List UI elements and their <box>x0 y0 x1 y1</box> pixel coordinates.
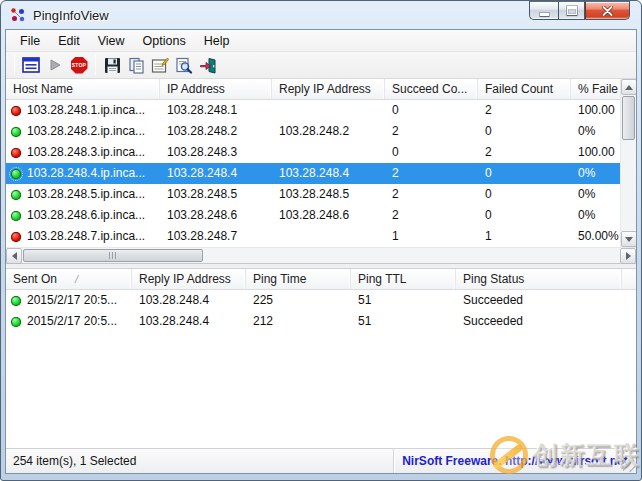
copy-button[interactable] <box>124 53 148 77</box>
failed-pct: 100.00 <box>571 100 622 121</box>
ping-status: Succeeded <box>456 311 622 332</box>
save-icon <box>104 57 121 74</box>
column-failed-pct[interactable]: % Faile <box>571 79 622 99</box>
minimize-icon <box>540 13 549 16</box>
menu-file[interactable]: File <box>11 31 49 51</box>
exit-icon <box>199 57 217 74</box>
ip-address: 103.28.248.7 <box>160 226 272 247</box>
app-icon <box>10 7 26 23</box>
succeed-count: 2 <box>385 121 478 142</box>
properties-button[interactable] <box>148 53 172 77</box>
ping-time: 212 <box>246 311 351 332</box>
arrow-right-icon <box>626 252 631 260</box>
reply-ip: 103.28.248.5 <box>272 184 385 205</box>
column-ip-address[interactable]: IP Address <box>160 79 272 99</box>
ip-address: 103.28.248.1 <box>160 100 272 121</box>
column-failed-count[interactable]: Failed Count <box>478 79 571 99</box>
app-window: PingInfoView File Edit View Options Help <box>0 0 642 481</box>
ping-status: Succeeded <box>456 290 622 311</box>
status-failed-icon <box>11 232 21 242</box>
failed-count: 2 <box>478 100 571 121</box>
vertical-scroll-thumb[interactable] <box>622 96 635 140</box>
column-sent-on[interactable]: Sent On/ <box>6 269 132 289</box>
failed-count: 0 <box>478 184 571 205</box>
hosts-header: Host Name IP Address Reply IP Address Su… <box>6 79 622 100</box>
host-name: 103.28.248.7.ip.inca... <box>27 226 145 247</box>
sort-indicator-icon: / <box>75 273 78 285</box>
table-row[interactable]: 103.28.248.6.ip.inca... 103.28.248.6 103… <box>6 205 622 226</box>
host-name: 103.28.248.6.ip.inca... <box>27 205 145 226</box>
stop-button[interactable]: STOP <box>67 53 91 77</box>
succeed-count: 2 <box>385 163 478 184</box>
table-row[interactable]: 103.28.248.1.ip.inca... 103.28.248.1 0 2… <box>6 100 622 121</box>
stop-icon: STOP <box>71 57 88 74</box>
scroll-left-button[interactable] <box>6 248 22 264</box>
succeed-count: 2 <box>385 205 478 226</box>
table-row-selected[interactable]: 103.28.248.4.ip.inca... 103.28.248.4 103… <box>6 163 622 184</box>
list-item[interactable]: 2015/2/17 20:5... 103.28.248.4 212 51 Su… <box>6 311 636 332</box>
ping-ttl: 51 <box>351 290 456 311</box>
status-failed-icon <box>11 106 21 116</box>
exit-button[interactable] <box>196 53 220 77</box>
scroll-right-button[interactable] <box>620 248 636 264</box>
menu-help[interactable]: Help <box>195 31 239 51</box>
find-button[interactable] <box>172 53 196 77</box>
sent-on-label: Sent On <box>13 272 57 286</box>
ping-options-button[interactable] <box>19 53 43 77</box>
vertical-scrollbar[interactable] <box>620 79 636 247</box>
host-name: 103.28.248.4.ip.inca... <box>27 163 145 184</box>
column-host-name[interactable]: Host Name <box>6 79 160 99</box>
find-icon <box>175 57 193 74</box>
play-icon <box>48 58 62 72</box>
resize-grip[interactable] <box>623 460 635 472</box>
maximize-button[interactable] <box>558 1 585 20</box>
results-header: Sent On/ Reply IP Address Ping Time Ping… <box>6 269 636 290</box>
column-ping-time[interactable]: Ping Time <box>246 269 351 289</box>
scroll-down-button[interactable] <box>621 231 637 247</box>
list-item[interactable]: 2015/2/17 20:5... 103.28.248.4 225 51 Su… <box>6 290 636 311</box>
table-row[interactable]: 103.28.248.3.ip.inca... 103.28.248.3 0 2… <box>6 142 622 163</box>
menu-bar: File Edit View Options Help <box>6 30 636 52</box>
status-ok-icon <box>11 317 21 327</box>
table-row[interactable]: 103.28.248.5.ip.inca... 103.28.248.5 103… <box>6 184 622 205</box>
ip-address: 103.28.248.3 <box>160 142 272 163</box>
title-bar[interactable]: PingInfoView <box>1 1 641 29</box>
ip-address: 103.28.248.5 <box>160 184 272 205</box>
failed-count: 0 <box>478 163 571 184</box>
table-row[interactable]: 103.28.248.7.ip.inca... 103.28.248.7 1 1… <box>6 226 622 247</box>
save-button[interactable] <box>100 53 124 77</box>
arrow-left-icon <box>12 252 17 260</box>
copy-icon <box>128 57 145 74</box>
reply-ip: 103.28.248.6 <box>272 205 385 226</box>
failed-pct: 50.00% <box>571 226 622 247</box>
minimize-button[interactable] <box>529 1 558 20</box>
column-reply-ip[interactable]: Reply IP Address <box>272 79 385 99</box>
column-reply-ip[interactable]: Reply IP Address <box>132 269 246 289</box>
resume-button[interactable] <box>43 53 67 77</box>
scroll-up-button[interactable] <box>621 79 637 95</box>
column-filler <box>622 269 636 289</box>
close-button[interactable] <box>585 1 630 20</box>
reply-ip: 103.28.248.4 <box>132 290 246 311</box>
ping-time: 225 <box>246 290 351 311</box>
menu-options[interactable]: Options <box>134 31 195 51</box>
horizontal-scroll-thumb[interactable] <box>23 249 203 262</box>
menu-edit[interactable]: Edit <box>49 31 89 51</box>
column-succeed-count[interactable]: Succeed Co... <box>385 79 478 99</box>
table-row[interactable]: 103.28.248.2.ip.inca... 103.28.248.2 103… <box>6 121 622 142</box>
horizontal-scrollbar[interactable] <box>6 247 636 263</box>
succeed-count: 0 <box>385 142 478 163</box>
toolbar-separator <box>95 55 96 75</box>
reply-ip: 103.28.248.2 <box>272 121 385 142</box>
window-title: PingInfoView <box>33 8 109 23</box>
failed-pct: 0% <box>571 184 622 205</box>
failed-count: 0 <box>478 205 571 226</box>
failed-pct: 100.00 <box>571 142 622 163</box>
menu-view[interactable]: View <box>89 31 134 51</box>
column-ping-ttl[interactable]: Ping TTL <box>351 269 456 289</box>
arrow-down-icon <box>625 237 633 242</box>
host-name: 103.28.248.5.ip.inca... <box>27 184 145 205</box>
nirsoft-link[interactable]: NirSoft Freeware. http://www.nirsoft.net <box>394 449 636 473</box>
status-ok-icon <box>11 190 21 200</box>
column-ping-status[interactable]: Ping Status <box>456 269 622 289</box>
